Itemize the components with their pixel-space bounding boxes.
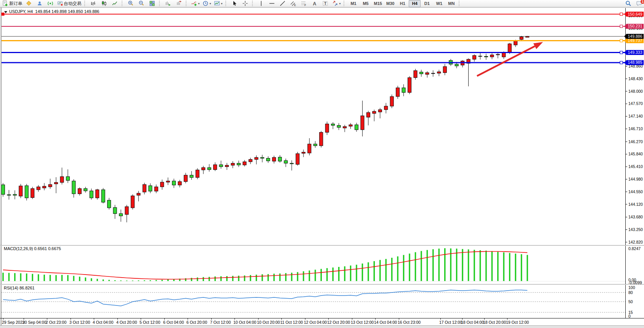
timeframe-m1-button[interactable]: M1 (348, 0, 360, 7)
autotrading-icon (57, 0, 63, 6)
vertical-line-button[interactable] (256, 0, 267, 7)
svg-text:144.120: 144.120 (628, 202, 643, 207)
horizontal-line-icon (269, 0, 275, 6)
equidistant-channel-button[interactable]: E (288, 0, 299, 7)
crosshair-button[interactable] (240, 0, 251, 7)
templates-button[interactable]: ▾ (213, 0, 224, 7)
community-button[interactable] (35, 0, 45, 7)
chart-menu-icon[interactable] (4, 11, 7, 13)
text-button[interactable]: A (310, 0, 320, 7)
svg-text:7 Oct 12:00: 7 Oct 12:00 (210, 320, 231, 325)
new-order-label: 新订单 (9, 1, 22, 6)
line-handle[interactable] (620, 25, 623, 27)
svg-text:14 Oct 04:00: 14 Oct 04:00 (374, 320, 397, 325)
line-handle[interactable] (620, 13, 623, 16)
chart-shift-button[interactable] (174, 0, 184, 7)
new-order-button[interactable]: 新订单 (1, 0, 24, 7)
rsi-indicator-label: RSI(14) 86.8261 (4, 286, 35, 290)
metaeditor-icon (26, 0, 32, 6)
templates-icon (214, 0, 220, 6)
svg-text:-0.0099: -0.0099 (628, 280, 642, 285)
price-label: 149.333 (624, 50, 644, 55)
toolbar: 新订单自动交易▾▾▾EFAT▾M1M5M15M30H1H4D1W1MN1 (0, 0, 644, 7)
periods-button[interactable]: ▾ (201, 0, 212, 7)
svg-text:144.980: 144.980 (628, 177, 643, 181)
svg-text:143.680: 143.680 (628, 215, 643, 219)
arrows-button[interactable]: ▾ (331, 0, 342, 7)
svg-text:0.8247: 0.8247 (628, 246, 641, 251)
svg-text:10 Oct 04:00: 10 Oct 04:00 (233, 320, 256, 325)
macd-indicator-label: MACD(12,26,9) 0.6561 0.6675 (4, 246, 61, 251)
tile-windows-button[interactable] (147, 0, 157, 7)
svg-text:142.820: 142.820 (628, 240, 643, 244)
svg-text:T: T (324, 1, 327, 6)
search-button[interactable] (623, 0, 633, 7)
svg-text:A: A (313, 1, 316, 6)
svg-text:18 Oct 04:00: 18 Oct 04:00 (461, 320, 484, 325)
line-handle[interactable] (620, 51, 623, 54)
chevron-down-icon: ▾ (210, 2, 211, 5)
timeframe-m5-button[interactable]: M5 (360, 0, 372, 7)
candlestick-chart-icon (101, 0, 107, 6)
equidistant-channel-icon: E (290, 0, 296, 6)
zoom-out-button[interactable] (137, 0, 147, 7)
timeframe-m15-button[interactable]: M15 (372, 0, 384, 7)
line-chart-icon (112, 0, 118, 6)
line-chart-button[interactable] (110, 0, 120, 7)
price-label: 148.985 (624, 60, 644, 65)
line-handle[interactable] (2, 13, 4, 16)
timeframe-h4-button[interactable]: H4 (409, 0, 421, 7)
svg-text:149.886: 149.886 (628, 34, 642, 39)
bar-chart-button[interactable] (88, 0, 99, 7)
svg-text:147.570: 147.570 (628, 101, 643, 106)
chat-button[interactable]: 1 (634, 0, 644, 7)
indicators-icon (191, 0, 197, 6)
candlestick-chart-button[interactable] (99, 0, 109, 7)
timeframe-mn-button[interactable]: MN (445, 0, 457, 7)
svg-text:4 Oct 04:00: 4 Oct 04:00 (93, 320, 113, 325)
chevron-down-icon: ▾ (198, 2, 200, 5)
timeframe-d1-button[interactable]: D1 (421, 0, 433, 7)
svg-text:150.231: 150.231 (628, 24, 642, 28)
signals-button[interactable] (45, 0, 56, 7)
line-handle[interactable] (620, 39, 623, 42)
svg-text:19 Oct 12:00: 19 Oct 12:00 (506, 320, 529, 325)
svg-text:2 Oct 23:00: 2 Oct 23:00 (46, 320, 66, 325)
line-handle[interactable] (620, 61, 623, 64)
autotrading-label: 自动交易 (64, 1, 82, 6)
svg-text:4 Oct 20:00: 4 Oct 20:00 (116, 320, 137, 325)
svg-text:148.000: 148.000 (628, 89, 643, 94)
toolbar-separator (186, 1, 188, 6)
svg-text:147.140: 147.140 (628, 114, 643, 118)
trendline-icon (279, 0, 286, 6)
cursor-button[interactable] (230, 0, 240, 7)
svg-text:146.270: 146.270 (628, 139, 643, 144)
text-icon: A (312, 0, 318, 6)
svg-text:5 Oct 12:00: 5 Oct 12:00 (140, 320, 160, 325)
chart-background (0, 7, 644, 328)
auto-scroll-icon (165, 0, 171, 6)
toolbar-separator (459, 1, 461, 6)
svg-text:29 Sep 2022: 29 Sep 2022 (2, 320, 25, 325)
autotrading-button[interactable]: 自动交易 (56, 0, 83, 7)
svg-text:6 Oct 20:00: 6 Oct 20:00 (186, 320, 207, 325)
trendline-button[interactable] (278, 0, 288, 7)
zoom-in-button[interactable] (126, 0, 136, 7)
timeframe-w1-button[interactable]: W1 (433, 0, 445, 7)
svg-text:143.250: 143.250 (628, 227, 643, 232)
fibonacci-button[interactable]: F (299, 0, 309, 7)
metaeditor-button[interactable] (24, 0, 34, 7)
indicators-button[interactable]: ▾ (190, 0, 201, 7)
svg-text:100: 100 (628, 285, 635, 290)
text-label-button[interactable]: T (320, 0, 331, 7)
horizontal-line-button[interactable] (267, 0, 277, 7)
auto-scroll-button[interactable] (163, 0, 173, 7)
toolbar-separator (344, 1, 346, 6)
svg-text:148.985: 148.985 (628, 60, 642, 65)
svg-text:50: 50 (628, 299, 633, 304)
timeframe-m30-button[interactable]: M30 (384, 0, 396, 7)
fibonacci-icon: F (301, 0, 307, 6)
svg-text:18 Oct 20:00: 18 Oct 20:00 (483, 320, 506, 325)
chart-canvas[interactable]: 150.590150.160149.740149.290148.860148.4… (0, 0, 644, 328)
timeframe-h1-button[interactable]: H1 (397, 0, 408, 7)
